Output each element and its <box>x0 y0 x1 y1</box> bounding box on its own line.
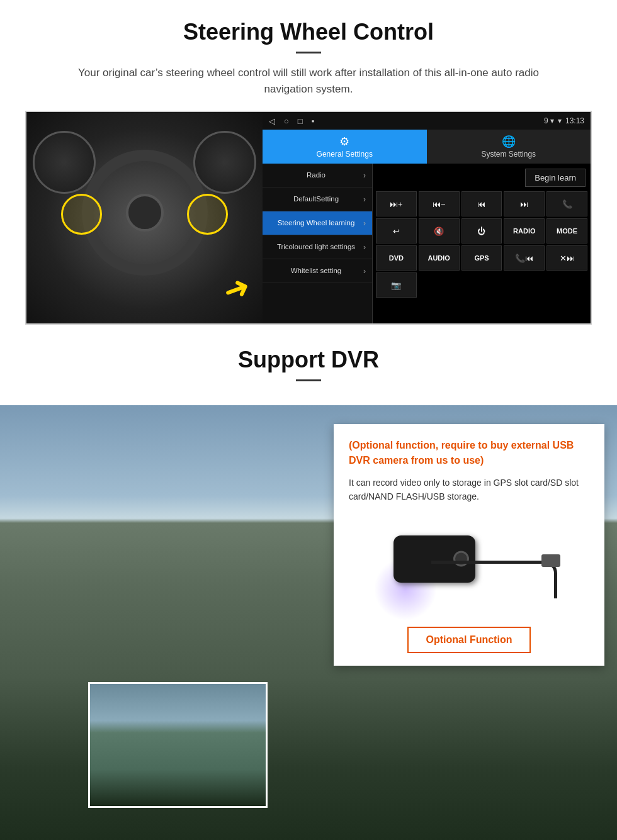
highlight-circle-left <box>61 194 102 235</box>
ctrl-btn-power[interactable]: ⏻ <box>461 218 502 244</box>
chevron-right-icon-5: › <box>363 267 366 276</box>
gear-icon: ⚙ <box>339 135 349 148</box>
menu-item-radio-label: Radio <box>269 171 363 180</box>
ctrl-btn-vol-up[interactable]: ⏭+ <box>376 191 417 216</box>
tab-general-settings[interactable]: ⚙ General Settings <box>263 130 427 164</box>
main-title: Steering Wheel Control <box>25 19 592 45</box>
buttons-panel: Begin learn ⏭+ ⏮− ⏮ ⏭ 📞 ↩ 🔇 ⏻ RADIO MODE… <box>373 164 591 323</box>
menu-item-tricolour-label: Tricoloured light settings <box>269 242 363 252</box>
dvr-title-area: Support DVR <box>0 325 617 405</box>
yellow-arrow: ➜ <box>218 267 255 311</box>
ctrl-btn-dvd[interactable]: DVD <box>376 245 417 271</box>
home-icon: ○ <box>284 116 289 126</box>
ctrl-btn-phone-prev[interactable]: 📞⏮ <box>504 245 545 271</box>
ctrl-btn-mode[interactable]: MODE <box>546 218 587 244</box>
dvr-camera-illustration <box>381 523 557 611</box>
camera-footage <box>90 684 266 806</box>
status-bar: ◁ ○ □ ▪ 9 ▾ ▾ 13:13 <box>263 112 591 130</box>
dvr-description: It can record video only to storage in G… <box>349 476 589 504</box>
steering-wheel-image: ➜ <box>26 112 263 325</box>
highlight-circle-right <box>187 194 228 235</box>
menu-item-tricolour[interactable]: Tricoloured light settings › <box>263 235 372 259</box>
back-icon: ◁ <box>269 116 275 126</box>
dvr-section: Support DVR (Optional function, require … <box>0 325 617 840</box>
chevron-right-icon: › <box>363 171 366 180</box>
camera-cable <box>431 561 557 598</box>
chevron-right-icon-4: › <box>363 243 366 252</box>
ctrl-btn-next[interactable]: ⏭ <box>504 191 545 216</box>
ctrl-btn-hangup[interactable]: ↩ <box>376 218 417 244</box>
globe-icon: 🌐 <box>502 135 516 148</box>
ctrl-btn-phone[interactable]: 📞 <box>546 191 587 216</box>
title-divider <box>296 52 321 53</box>
subtitle: Your original car’s steering wheel contr… <box>57 65 560 97</box>
dvr-product-image <box>349 513 589 620</box>
tab-system-settings[interactable]: 🌐 System Settings <box>427 130 591 164</box>
clock: 13:13 <box>565 116 584 125</box>
dvr-info-card: (Optional function, require to buy exter… <box>334 424 604 666</box>
ctrl-btn-phone-next[interactable]: ✕⏭ <box>546 245 587 271</box>
menu-item-whitelist-label: Whitelist setting <box>269 266 363 276</box>
camera-inset-thumbnail <box>88 682 268 808</box>
dvr-street-scene: (Optional function, require to buy exter… <box>0 405 617 840</box>
optional-function-button[interactable]: Optional Function <box>407 627 531 653</box>
usb-plug <box>541 554 560 567</box>
dvr-optional-note: (Optional function, require to buy exter… <box>349 438 589 468</box>
ctrl-btn-audio[interactable]: AUDIO <box>419 245 460 271</box>
ctrl-btn-camera[interactable]: 📷 <box>376 272 417 298</box>
menu-item-steering-wheel[interactable]: Steering Wheel learning › <box>263 211 372 235</box>
ctrl-btn-radio[interactable]: RADIO <box>504 218 545 244</box>
menu-item-whitelist[interactable]: Whitelist setting › <box>263 259 372 283</box>
begin-learn-row: Begin learn <box>373 164 591 189</box>
steering-section: Steering Wheel Control Your original car… <box>0 0 617 325</box>
menu-item-defaultsetting-label: DefaultSetting <box>269 194 363 204</box>
menu-buttons-row: Radio › DefaultSetting › Steering Wheel … <box>263 164 591 323</box>
steering-wheel-bg: ➜ <box>26 112 263 325</box>
ctrl-btn-mute[interactable]: 🔇 <box>419 218 460 244</box>
begin-learn-button[interactable]: Begin learn <box>525 169 586 187</box>
dvr-title-divider <box>296 379 321 381</box>
steering-content-area: ➜ ◁ ○ □ ▪ 9 ▾ ▾ 13:13 <box>25 111 592 325</box>
menu-item-sw-label: Steering Wheel learning <box>269 218 363 228</box>
steering-wheel-center <box>126 194 164 232</box>
chevron-right-icon-3: › <box>363 219 366 228</box>
dvr-background: (Optional function, require to buy exter… <box>0 405 617 840</box>
recents-icon: □ <box>298 116 303 126</box>
chevron-right-icon-2: › <box>363 195 366 204</box>
wifi-icon: ▾ <box>558 116 562 125</box>
ctrl-btn-vol-down[interactable]: ⏮− <box>419 191 460 216</box>
android-ui: ◁ ○ □ ▪ 9 ▾ ▾ 13:13 ⚙ General Settings <box>263 112 591 323</box>
nav-icons: ◁ ○ □ ▪ <box>269 116 314 126</box>
gauge-right <box>193 131 256 194</box>
dvr-title: Support DVR <box>0 347 617 373</box>
menu-item-radio[interactable]: Radio › <box>263 164 372 188</box>
settings-tabs[interactable]: ⚙ General Settings 🌐 System Settings <box>263 130 591 164</box>
ctrl-btn-gps[interactable]: GPS <box>461 245 502 271</box>
menu-icon: ▪ <box>312 116 315 126</box>
menu-list: Radio › DefaultSetting › Steering Wheel … <box>263 164 373 323</box>
signal-icon: 9 ▾ <box>544 116 554 125</box>
menu-item-defaultsetting[interactable]: DefaultSetting › <box>263 188 372 211</box>
control-button-grid: ⏭+ ⏮− ⏮ ⏭ 📞 ↩ 🔇 ⏻ RADIO MODE DVD AUDIO G… <box>373 189 591 300</box>
status-right: 9 ▾ ▾ 13:13 <box>544 116 584 125</box>
ctrl-btn-prev[interactable]: ⏮ <box>461 191 502 216</box>
tab-general-label: General Settings <box>317 150 373 159</box>
tab-system-label: System Settings <box>481 150 536 159</box>
gauge-left <box>33 131 96 194</box>
